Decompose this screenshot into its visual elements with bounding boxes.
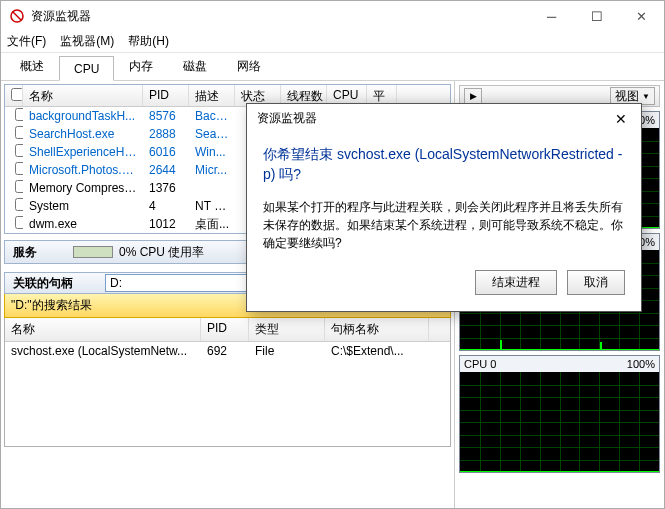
proc-pid: 6016: [143, 145, 189, 159]
row-checkbox[interactable]: [15, 144, 23, 157]
dialog-close-icon[interactable]: ✕: [611, 111, 631, 127]
services-usage: 0% CPU 使用率: [119, 244, 204, 261]
menu-monitor[interactable]: 监视器(M): [60, 33, 114, 50]
proc-desc: NT K...: [189, 199, 235, 213]
col-desc[interactable]: 描述: [189, 85, 235, 106]
proc-name: Microsoft.Photos.e...: [23, 163, 143, 177]
handle-name: svchost.exe (LocalSystemNetw...: [5, 341, 201, 361]
proc-pid: 2644: [143, 163, 189, 177]
nav-right-button[interactable]: ▶: [464, 88, 482, 104]
dialog-message: 如果某个打开的程序与此进程关联，则会关闭此程序并且将丢失所有未保存的数据。如果结…: [263, 198, 625, 252]
proc-desc: Back...: [189, 109, 235, 123]
proc-name: SearchHost.exe: [23, 127, 143, 141]
graph-pct: 100%: [627, 358, 655, 370]
menu-bar: 文件(F) 监视器(M) 帮助(H): [1, 31, 664, 53]
hcol-pid[interactable]: PID: [201, 318, 249, 341]
proc-name: Memory Compress...: [23, 181, 143, 195]
proc-pid: 8576: [143, 109, 189, 123]
tab-disk[interactable]: 磁盘: [168, 52, 222, 80]
col-name[interactable]: 名称: [23, 85, 143, 106]
handles-search-value: D:: [110, 276, 252, 290]
dialog-title: 资源监视器: [257, 110, 611, 127]
row-checkbox[interactable]: [15, 216, 23, 229]
proc-name: ShellExperienceHo...: [23, 145, 143, 159]
proc-name: System: [23, 199, 143, 213]
col-pid[interactable]: PID: [143, 85, 189, 106]
graph-title: CPU 0: [464, 358, 496, 370]
handle-pid: 692: [201, 341, 249, 361]
proc-desc: Win...: [189, 145, 235, 159]
app-icon: [9, 8, 25, 24]
tab-overview[interactable]: 概述: [5, 52, 59, 80]
proc-desc: 桌面...: [189, 216, 235, 233]
proc-pid: 1012: [143, 217, 189, 231]
cancel-button[interactable]: 取消: [567, 270, 625, 295]
row-checkbox[interactable]: [15, 180, 23, 193]
proc-name: backgroundTaskH...: [23, 109, 143, 123]
end-process-button[interactable]: 结束进程: [475, 270, 557, 295]
select-all-checkbox[interactable]: [11, 88, 23, 101]
row-checkbox[interactable]: [15, 162, 23, 175]
hcol-name[interactable]: 名称: [5, 318, 201, 341]
proc-pid: 2888: [143, 127, 189, 141]
menu-file[interactable]: 文件(F): [7, 33, 46, 50]
tab-strip: 概述 CPU 内存 磁盘 网络: [1, 53, 664, 81]
row-checkbox[interactable]: [15, 108, 23, 121]
proc-desc: Sear...: [189, 127, 235, 141]
handle-obj: C:\$Extend\...: [325, 341, 429, 361]
handles-grid: 名称 PID 类型 句柄名称 svchost.exe (LocalSystemN…: [4, 318, 451, 447]
svg-line-1: [13, 12, 21, 20]
hcol-obj[interactable]: 句柄名称: [325, 318, 429, 341]
proc-pid: 1376: [143, 181, 189, 195]
handle-type: File: [249, 341, 325, 361]
confirm-dialog: 资源监视器 ✕ 你希望结束 svchost.exe (LocalSystemNe…: [246, 103, 642, 312]
proc-pid: 4: [143, 199, 189, 213]
menu-help[interactable]: 帮助(H): [128, 33, 169, 50]
view-label: 视图: [615, 88, 639, 105]
maximize-button[interactable]: ☐: [574, 1, 619, 31]
tab-cpu[interactable]: CPU: [59, 56, 114, 81]
proc-name: dwm.exe: [23, 217, 143, 231]
row-checkbox[interactable]: [15, 198, 23, 211]
title-bar: 资源监视器 ─ ☐ ✕: [1, 1, 664, 31]
proc-desc: Micr...: [189, 163, 235, 177]
row-checkbox[interactable]: [15, 126, 23, 139]
window-title: 资源监视器: [31, 8, 529, 25]
dialog-question: 你希望结束 svchost.exe (LocalSystemNetworkRes…: [263, 145, 625, 184]
handle-row[interactable]: svchost.exe (LocalSystemNetw...692FileC:…: [5, 342, 450, 360]
services-label: 服务: [13, 244, 73, 261]
tab-memory[interactable]: 内存: [114, 52, 168, 80]
services-meter: [73, 246, 113, 258]
minimize-button[interactable]: ─: [529, 1, 574, 31]
chevron-down-icon: ▼: [642, 92, 650, 101]
tab-network[interactable]: 网络: [222, 52, 276, 80]
hcol-type[interactable]: 类型: [249, 318, 325, 341]
handles-title: 关联的句柄: [13, 275, 105, 292]
cpu-graph: CPU 0100%: [459, 355, 660, 473]
close-button[interactable]: ✕: [619, 1, 664, 31]
